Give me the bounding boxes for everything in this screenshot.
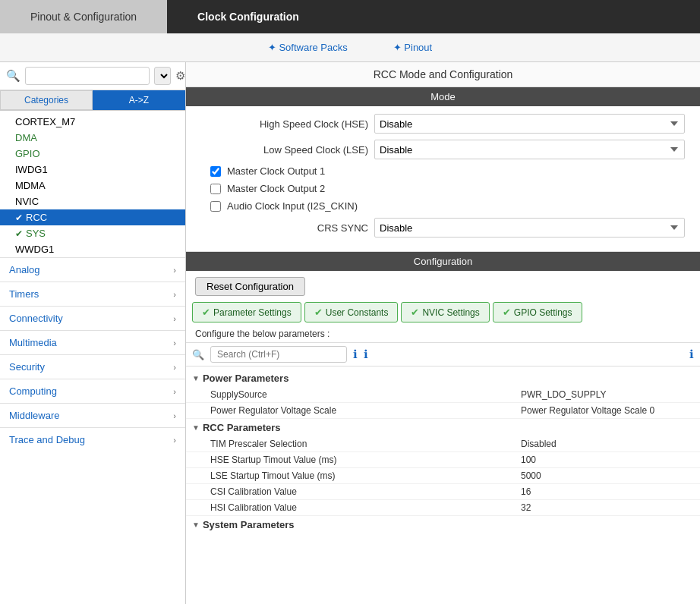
main-layout: 🔍 ⚙ Categories A->Z CORTEX_M7 DMA GPIO I… [0, 62, 700, 604]
param-row-supply-source: SupplySource PWR_LDO_SUPPLY [186, 387, 700, 403]
sidebar-item-gpio[interactable]: GPIO [0, 146, 185, 162]
middleware-label: Middleware [9, 410, 59, 421]
sidebar-item-iwdg1[interactable]: IWDG1 [0, 162, 185, 178]
analog-chevron-icon: › [173, 266, 176, 275]
power-params-label: Power Parameters [203, 373, 289, 384]
hse-label: High Speed Clock (HSE) [201, 118, 368, 130]
param-row-hsi-calib: HSI Calibration Value 32 [186, 500, 700, 516]
sidebar-search-bar: 🔍 ⚙ [0, 62, 185, 90]
sys-label: SYS [26, 228, 46, 239]
iwdg1-label: IWDG1 [15, 164, 48, 175]
sidebar-group-middleware[interactable]: Middleware › [0, 403, 185, 427]
timers-label: Timers [9, 288, 39, 300]
info-icon-1[interactable]: ℹ [353, 348, 358, 361]
tim-prescaler-value: Disabled [521, 439, 688, 449]
supply-source-value: PWR_LDO_SUPPLY [521, 389, 688, 400]
sidebar-item-wwdg1[interactable]: WWDG1 [0, 241, 185, 257]
lse-label: Low Speed Clock (LSE) [201, 144, 368, 156]
sidebar-item-mdma[interactable]: MDMA [0, 178, 185, 193]
lse-select[interactable]: Disable [374, 140, 685, 159]
sidebar-group-multimedia[interactable]: Multimedia › [0, 330, 185, 354]
pinout-button[interactable]: ✦ Pinout [393, 42, 432, 53]
gear-icon[interactable]: ⚙ [175, 69, 185, 83]
sidebar-items: CORTEX_M7 DMA GPIO IWDG1 MDMA NVIC ✔ RCC [0, 111, 185, 604]
middleware-chevron-icon: › [173, 411, 176, 420]
sidebar-item-dma[interactable]: DMA [0, 130, 185, 146]
sidebar-item-cortex[interactable]: CORTEX_M7 [0, 114, 185, 130]
config-tabs: ✔ Parameter Settings ✔ User Constants ✔ … [186, 302, 700, 322]
sidebar-group-trace-debug[interactable]: Trace and Debug › [0, 427, 185, 451]
config-section: Reset Configuration ✔ Parameter Settings… [186, 271, 700, 604]
tab-categories[interactable]: Categories [0, 90, 93, 110]
sidebar-item-rcc[interactable]: ✔ RCC [0, 209, 185, 225]
audio-checkbox[interactable] [210, 201, 221, 212]
hse-row: High Speed Clock (HSE) Disable [201, 114, 685, 134]
reset-config-button[interactable]: Reset Configuration [195, 277, 305, 296]
sidebar-group-timers[interactable]: Timers › [0, 282, 185, 306]
tab-parameter-settings[interactable]: ✔ Parameter Settings [192, 302, 301, 322]
info-icon-3[interactable]: ℹ [689, 348, 694, 361]
tab-pinout-config[interactable]: Pinout & Configuration [0, 0, 167, 33]
mco2-checkbox[interactable] [210, 184, 221, 194]
security-label: Security [9, 361, 45, 373]
tab-gpio-settings[interactable]: ✔ GPIO Settings [493, 302, 582, 322]
secondary-bar: ✦ Software Packs ✦ Pinout [0, 33, 700, 62]
trace-debug-label: Trace and Debug [9, 434, 85, 445]
software-packs-button[interactable]: ✦ Software Packs [268, 42, 348, 53]
sidebar-item-nvic[interactable]: NVIC [0, 193, 185, 209]
mco2-label: Master Clock Output 2 [227, 183, 325, 194]
audio-label: Audio Clock Input (I2S_CKIN) [227, 200, 358, 212]
sidebar: 🔍 ⚙ Categories A->Z CORTEX_M7 DMA GPIO I… [0, 62, 186, 604]
sidebar-item-sys[interactable]: ✔ SYS [0, 225, 185, 241]
csi-calib-name: CSI Calibration Value [210, 486, 521, 497]
top-tab-bar: Pinout & Configuration Clock Configurati… [0, 0, 700, 33]
system-params-label: System Parameters [203, 519, 295, 530]
multimedia-chevron-icon: › [173, 338, 176, 348]
sidebar-group-analog[interactable]: Analog › [0, 257, 185, 282]
rcc-params-label: RCC Parameters [203, 422, 281, 433]
crs-select[interactable]: Disable [374, 218, 685, 238]
top-tab-right-area [330, 0, 700, 33]
rcc-expand-icon: ▼ [192, 423, 200, 432]
sidebar-group-computing[interactable]: Computing › [0, 379, 185, 403]
analog-label: Analog [9, 264, 39, 275]
search-select[interactable] [154, 67, 171, 85]
mco1-checkbox[interactable] [210, 166, 221, 177]
params-search-input[interactable] [210, 346, 347, 363]
search-input[interactable] [25, 67, 150, 85]
category-tabs: Categories A->Z [0, 90, 185, 111]
computing-chevron-icon: › [173, 387, 176, 396]
dma-label: DMA [15, 132, 37, 143]
rcc-params-header[interactable]: ▼ RCC Parameters [186, 419, 700, 436]
tab-clock-config[interactable]: Clock Configuration [167, 0, 330, 33]
rcc-title: RCC Mode and Configuration [186, 62, 700, 87]
sys-check-icon: ✔ [15, 228, 23, 239]
param-row-tim-prescaler: TIM Prescaler Selection Disabled [186, 436, 700, 452]
config-section-header: Configuration [186, 252, 700, 271]
trace-debug-chevron-icon: › [173, 436, 176, 445]
mode-section-header: Mode [186, 87, 700, 106]
sidebar-group-security[interactable]: Security › [0, 354, 185, 379]
tab-param-label: Parameter Settings [213, 307, 292, 318]
system-params-header[interactable]: ▼ System Parameters [186, 516, 700, 533]
info-icon-2[interactable]: ℹ [364, 348, 368, 361]
csi-calib-value: 16 [521, 486, 688, 497]
params-search-bar: 🔍 ℹ ℹ ℹ [186, 343, 700, 366]
tab-nvic-settings[interactable]: ✔ NVIC Settings [401, 302, 489, 322]
search-icon: 🔍 [6, 69, 20, 83]
param-row-hse-startup: HSE Startup Timout Value (ms) 100 [186, 452, 700, 468]
tab-user-constants[interactable]: ✔ User Constants [304, 302, 399, 322]
tim-prescaler-name: TIM Prescaler Selection [210, 439, 521, 449]
param-check-icon: ✔ [202, 307, 210, 318]
crs-row: CRS SYNC Disable [201, 218, 685, 238]
mco1-row: Master Clock Output 1 [201, 165, 685, 177]
power-params-header[interactable]: ▼ Power Parameters [186, 370, 700, 387]
connectivity-chevron-icon: › [173, 314, 176, 323]
tab-az[interactable]: A->Z [93, 90, 185, 110]
hse-select[interactable]: Disable [374, 114, 685, 134]
gpio-label: GPIO [15, 148, 40, 159]
lse-startup-name: LSE Startup Timout Value (ms) [210, 470, 521, 481]
sidebar-group-connectivity[interactable]: Connectivity › [0, 306, 185, 330]
tab-gpio-label: GPIO Settings [514, 307, 572, 318]
voltage-scale-name: Power Regulator Voltage Scale [210, 405, 521, 416]
